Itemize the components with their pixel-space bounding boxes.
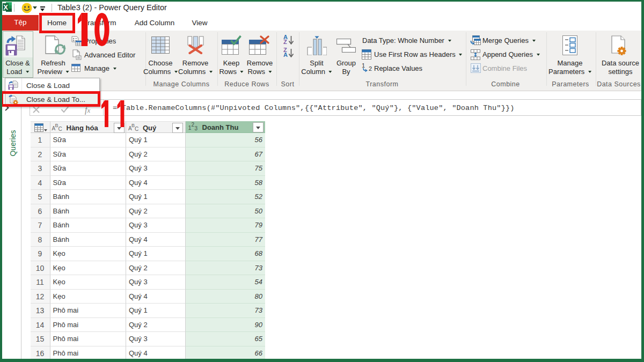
svg-text:X: X [3,3,8,11]
